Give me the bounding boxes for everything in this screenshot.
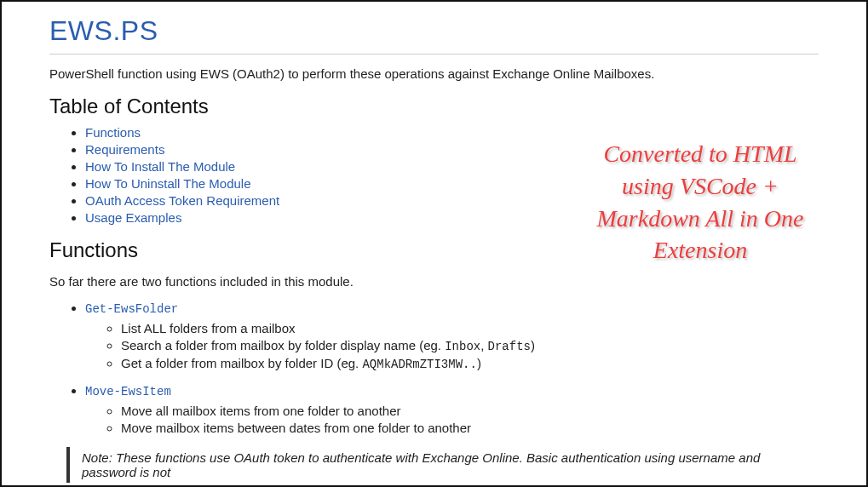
toc-heading: Table of Contents — [49, 95, 819, 118]
toc-item: Requirements — [85, 142, 819, 157]
function-bullet: Search a folder from mailbox by folder d… — [121, 338, 819, 353]
scroll-area[interactable]: EWS.PS PowerShell function using EWS (OA… — [2, 2, 866, 485]
toc-link-functions[interactable]: Functions — [85, 125, 141, 140]
code-inline: Drafts — [488, 340, 531, 353]
function-sublist: Move all mailbox items from one folder t… — [85, 404, 819, 435]
toc-link-requirements[interactable]: Requirements — [85, 142, 164, 157]
function-bullet: Move mailbox items between dates from on… — [121, 421, 819, 435]
note-text: Note: These functions use OAuth token to… — [82, 450, 760, 479]
bullet-text: Search a folder from mailbox by folder d… — [121, 338, 445, 352]
bullet-text: Get a folder from mailbox by folder ID (… — [121, 356, 362, 370]
function-bullet: Get a folder from mailbox by folder ID (… — [121, 356, 819, 371]
code-inline: AQMkADRmZTI3MW.. — [362, 358, 476, 371]
toc-link-uninstall[interactable]: How To Uninstall The Module — [85, 176, 251, 191]
code-inline: Inbox — [445, 340, 480, 353]
toc-link-usage[interactable]: Usage Examples — [85, 210, 181, 225]
function-item: Move-EwsItem Move all mailbox items from… — [85, 383, 819, 435]
note-blockquote: Note: These functions use OAuth token to… — [66, 447, 819, 483]
function-bullet: Move all mailbox items from one folder t… — [121, 404, 819, 418]
window-frame: EWS.PS PowerShell function using EWS (OA… — [0, 0, 868, 487]
spacer — [49, 483, 819, 485]
intro-paragraph: PowerShell function using EWS (OAuth2) t… — [49, 66, 819, 81]
toc-item: How To Uninstall The Module — [85, 176, 819, 191]
bullet-text: ) — [531, 338, 535, 352]
toc-link-install[interactable]: How To Install The Module — [85, 159, 235, 174]
functions-intro: So far there are two functions included … — [49, 274, 819, 289]
bullet-text: ) — [477, 356, 481, 370]
functions-heading: Functions — [49, 238, 819, 262]
function-link-move-ewsitem[interactable]: Move-EwsItem — [85, 385, 171, 398]
bullet-text: , — [480, 338, 487, 352]
document-content: EWS.PS PowerShell function using EWS (OA… — [2, 2, 866, 485]
function-bullet: List ALL folders from a mailbox — [121, 321, 819, 335]
function-link-get-ewsfolder[interactable]: Get-EwsFolder — [85, 302, 178, 316]
function-item: Get-EwsFolder List ALL folders from a ma… — [85, 301, 819, 371]
toc-link-oauth[interactable]: OAuth Access Token Requirement — [85, 193, 279, 208]
toc-item: How To Install The Module — [85, 159, 819, 174]
toc-item: OAuth Access Token Requirement — [85, 193, 819, 208]
toc-item: Functions — [85, 125, 819, 140]
page-title: EWS.PS — [49, 15, 819, 54]
function-sublist: List ALL folders from a mailbox Search a… — [85, 321, 819, 371]
functions-list: Get-EwsFolder List ALL folders from a ma… — [49, 301, 819, 435]
toc-list: Functions Requirements How To Install Th… — [49, 125, 819, 225]
toc-item: Usage Examples — [85, 210, 819, 225]
